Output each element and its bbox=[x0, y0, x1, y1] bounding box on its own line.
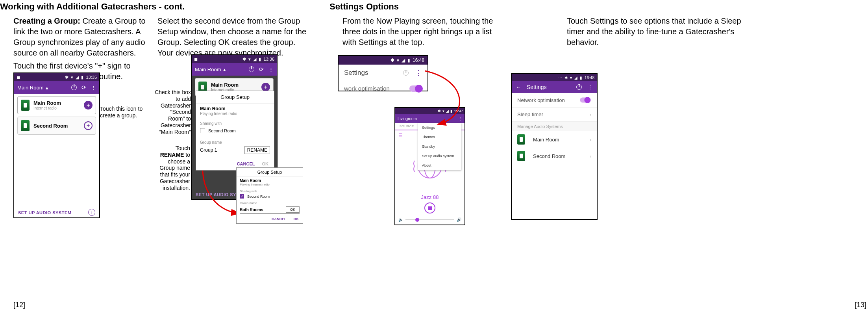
power-icon[interactable] bbox=[71, 85, 77, 90]
tab-source[interactable]: SOURCE bbox=[395, 123, 418, 130]
phone2-time: 13:36 bbox=[263, 57, 274, 61]
dialog2-groupname-label: Group name bbox=[240, 201, 300, 205]
wifi-icon: ▾ bbox=[248, 57, 251, 62]
phone3-netopt-row[interactable]: work optimisation bbox=[339, 81, 428, 96]
volume-max-icon: 🔊 bbox=[457, 217, 461, 222]
dialog-playing: Playing Internet radio bbox=[200, 111, 270, 116]
phone1-appbar: Main Room▴ ⟳ ⋮ bbox=[14, 81, 99, 94]
dialog2-room: Main Room bbox=[240, 178, 300, 183]
rename-button[interactable]: RENAME bbox=[244, 146, 270, 154]
bluetooth-icon: ✱ bbox=[564, 76, 568, 80]
bluetooth-icon: ✱ bbox=[242, 57, 246, 62]
menu-themes[interactable]: Themes bbox=[418, 132, 461, 142]
col2-para: Select the second device from the Group … bbox=[157, 16, 311, 58]
signal-icon: ◢ bbox=[402, 58, 405, 63]
page-number-right: [13] bbox=[855, 301, 866, 309]
phone5-time: 16:48 bbox=[585, 76, 594, 80]
netopt-row[interactable]: Network optimisation bbox=[512, 93, 597, 108]
dialog-group-value: Group 1 bbox=[200, 147, 217, 153]
audio-second-room[interactable]: Second Room › bbox=[512, 148, 597, 164]
chevron-right-icon: › bbox=[590, 111, 591, 117]
more-icon: ⋯ bbox=[236, 57, 240, 62]
col1-text: Creating a Group: Create a Group to link… bbox=[13, 16, 147, 82]
col2-text: Select the second device from the Group … bbox=[157, 16, 311, 58]
overflow-icon[interactable]: ⋮ bbox=[91, 85, 96, 91]
phone1-dev1-name: Main Room bbox=[33, 100, 61, 106]
phone3-netopt-label: work optimisation bbox=[344, 85, 390, 92]
phone1-time: 13:35 bbox=[86, 75, 97, 80]
cancel-button[interactable]: CANCEL bbox=[237, 161, 255, 166]
device-thumb-icon bbox=[517, 151, 525, 161]
chevron-right-icon: › bbox=[590, 137, 591, 143]
overflow-icon[interactable]: ⋮ bbox=[415, 69, 422, 77]
add-group-icon[interactable]: + bbox=[261, 83, 270, 91]
phone4-time: 16:47 bbox=[454, 109, 463, 113]
setup-circle-icon[interactable]: ↑ bbox=[88, 209, 95, 216]
checkbox-checked-icon[interactable] bbox=[240, 194, 244, 199]
phone4-appbar: Livingroom ⋮ bbox=[395, 114, 465, 123]
dialog-groupname-input[interactable]: Group 1 RENAME bbox=[200, 146, 270, 155]
manage-section-label: Manage Audio Systems bbox=[512, 122, 597, 131]
overflow-icon[interactable]: ⋮ bbox=[458, 117, 462, 121]
phone3-time: 16:48 bbox=[413, 58, 424, 63]
toggle-on-icon[interactable] bbox=[580, 98, 590, 103]
sleep-timer-row[interactable]: Sleep timer › bbox=[512, 108, 597, 122]
callout-create-group: Touch this icon to create a group. bbox=[100, 106, 147, 119]
toggle-on-icon[interactable] bbox=[409, 85, 422, 92]
phone2-statusbar: ◼ ⋯ ✱ ▾ ◢ ▮ 13:36 bbox=[192, 55, 277, 63]
dialog-room: Main Room bbox=[200, 106, 270, 111]
ok-small-button[interactable]: OK bbox=[286, 206, 300, 213]
battery-icon: ▮ bbox=[81, 75, 83, 80]
menu-settings[interactable]: Settings bbox=[418, 123, 461, 132]
audio-main-room[interactable]: Main Room › bbox=[512, 131, 597, 148]
section-heading-right: Settings Options bbox=[329, 2, 399, 12]
dialog2-second-room-checkbox[interactable]: Second Room bbox=[240, 194, 300, 199]
volume-slider[interactable] bbox=[405, 219, 454, 220]
dialog-second-room-checkbox[interactable]: Second Room bbox=[200, 128, 270, 133]
phone2-room-header: Main Room bbox=[195, 67, 221, 72]
back-icon[interactable]: ← bbox=[516, 84, 521, 90]
more-icon: ⋯ bbox=[558, 76, 562, 80]
power-icon[interactable] bbox=[403, 70, 409, 76]
menu-standby[interactable]: Standby bbox=[418, 142, 461, 151]
more-icon: ⋯ bbox=[58, 75, 63, 80]
now-playing-title: Jazz 88 bbox=[395, 194, 465, 200]
power-icon[interactable] bbox=[576, 84, 582, 90]
phone1-device-main[interactable]: Main Room Internet radio + bbox=[17, 96, 96, 114]
menu-setup[interactable]: Set up audio system bbox=[418, 151, 461, 161]
phone1-dev2-name: Second Room bbox=[33, 123, 68, 129]
phone2-dev1-name: Main Room bbox=[211, 82, 239, 88]
dialog-groupname-label: Group name bbox=[200, 140, 270, 145]
overflow-icon[interactable]: ⋮ bbox=[587, 84, 593, 90]
cancel-button[interactable]: CANCEL bbox=[272, 217, 287, 221]
group-setup-dialog-2: Group Setup Main Room Playing Internet r… bbox=[236, 167, 303, 224]
dialog2-sharing-label: Sharing with bbox=[240, 189, 300, 193]
dialog-sharing-label: Sharing with bbox=[200, 121, 270, 126]
refresh-icon[interactable]: ⟳ bbox=[81, 84, 86, 91]
add-group-icon[interactable]: + bbox=[84, 121, 93, 130]
wifi-icon: ▾ bbox=[442, 109, 444, 113]
add-group-icon[interactable]: + bbox=[84, 101, 93, 110]
ok-button[interactable]: OK bbox=[294, 217, 299, 221]
phone3-settings-row: Settings ⋮ bbox=[339, 65, 428, 81]
dialog2-group-value: Both Rooms bbox=[240, 208, 263, 212]
device-thumb-icon bbox=[21, 100, 30, 111]
dialog-second-room: Second Room bbox=[208, 128, 236, 133]
callout-rename-bold: RENAME bbox=[160, 152, 184, 158]
dialog2-second-room: Second Room bbox=[247, 195, 270, 199]
chevron-right-icon: › bbox=[590, 153, 591, 159]
stop-button[interactable] bbox=[424, 202, 435, 213]
overflow-icon[interactable]: ⋮ bbox=[268, 67, 274, 72]
menu-about[interactable]: About bbox=[418, 161, 461, 170]
dialog2-groupname-input[interactable]: Both Rooms OK bbox=[240, 206, 300, 214]
phone2-appbar: Main Room▴ ⟳ ⋮ bbox=[192, 63, 277, 76]
setup-audio-link[interactable]: SET UP AUDIO SYSTEM bbox=[18, 210, 71, 215]
checkbox-icon[interactable] bbox=[200, 128, 205, 133]
dialog2-playing: Playing Internet radio bbox=[240, 183, 300, 186]
wifi-icon: ▾ bbox=[570, 76, 572, 80]
refresh-icon[interactable]: ⟳ bbox=[259, 66, 264, 72]
power-icon[interactable] bbox=[249, 67, 254, 72]
phone3-statusbar: ✱ ▾ ◢ ▮ 16:48 bbox=[339, 56, 428, 65]
phone1-device-second[interactable]: Second Room + bbox=[17, 117, 96, 135]
room2-label: Second Room bbox=[533, 153, 565, 159]
